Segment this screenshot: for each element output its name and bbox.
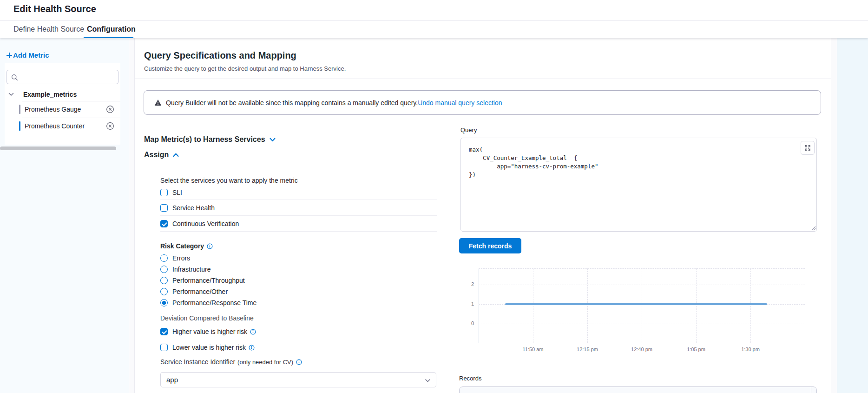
add-metric-label: Add Metric	[13, 51, 49, 59]
app-header: Edit Health Source	[0, 0, 868, 20]
expand-icon	[804, 145, 811, 151]
query-text[interactable]: max( CV_Counter_Example_total { app="har…	[469, 146, 598, 179]
checkbox-label: Higher value is higher risk	[172, 328, 247, 335]
y-axis-line	[479, 268, 479, 343]
metric-item-prometheus-counter[interactable]: Prometheus Counter	[5, 119, 120, 133]
radio-button[interactable]	[160, 254, 168, 262]
map-metrics-section-header[interactable]: Map Metric(s) to Harness Services	[144, 135, 276, 144]
checkbox-row-continuous-verification[interactable]: Continuous Verification	[160, 218, 239, 229]
remove-metric-icon[interactable]	[106, 122, 114, 130]
metric-status-bar	[19, 121, 20, 131]
radio-button[interactable]	[160, 288, 168, 295]
info-icon[interactable]	[296, 359, 302, 365]
tab-configuration[interactable]: Configuration	[87, 20, 136, 38]
x-axis-tick-label: 1:30 pm	[732, 346, 769, 352]
chevron-down-icon	[8, 93, 14, 96]
horizontal-scrollbar[interactable]	[0, 147, 116, 150]
divider	[22, 118, 120, 118]
checkbox[interactable]	[160, 189, 168, 196]
risk-category-text: Risk Category	[160, 242, 204, 250]
x-axis-line	[479, 343, 809, 343]
radio-label: Errors	[172, 254, 190, 262]
metric-item-label: Prometheus Counter	[25, 122, 85, 130]
query-builder-warning-banner: Query Builder will not be available sinc…	[144, 90, 821, 115]
remove-metric-icon[interactable]	[106, 105, 114, 113]
service-instance-identifier-label: Service Instance Identifier (only needed…	[160, 358, 302, 366]
records-panel	[459, 386, 817, 393]
page-title: Edit Health Source	[13, 4, 96, 14]
warning-icon	[154, 99, 162, 106]
risk-category-label: Risk Category	[160, 242, 213, 250]
assign-section-header[interactable]: Assign	[144, 151, 179, 159]
search-icon	[11, 74, 18, 81]
query-editor[interactable]: max( CV_Counter_Example_total { app="har…	[460, 138, 817, 232]
radio-button[interactable]	[160, 299, 168, 306]
expand-query-button[interactable]	[801, 141, 815, 155]
search-input[interactable]	[21, 71, 114, 83]
radio-row-infrastructure[interactable]: Infrastructure	[160, 264, 210, 275]
x-axis-tick-label: 1:05 pm	[677, 346, 715, 352]
metric-group-row[interactable]: Example_metrics	[5, 88, 120, 101]
divider	[22, 101, 120, 101]
sii-subtext: (only needed for CV)	[237, 359, 293, 366]
checkbox-label: Lower value is higher risk	[172, 344, 246, 351]
page-background	[837, 38, 868, 393]
checkbox[interactable]	[160, 204, 168, 212]
radio-row-performance-other[interactable]: Performance/Other	[160, 286, 228, 297]
radio-row-performance-throughput[interactable]: Performance/Throughput	[160, 275, 245, 286]
checkbox-row-service-health[interactable]: Service Health	[160, 202, 215, 213]
y-axis-tick-label: 1	[462, 301, 474, 306]
chevron-down-icon	[270, 138, 276, 142]
series-line	[505, 303, 767, 305]
divider	[160, 215, 437, 216]
radio-row-errors[interactable]: Errors	[160, 253, 190, 264]
checkbox[interactable]	[160, 328, 168, 335]
timeseries-chart: 21011:50 am12:15 pm12:40 pm1:05 pm1:30 p…	[476, 264, 809, 357]
dropdown-value: app	[166, 376, 178, 384]
section-subtitle: Customize the query to get the desired o…	[144, 65, 346, 72]
assign-label: Assign	[144, 151, 169, 159]
main-scrollbar-track[interactable]	[831, 38, 837, 393]
info-icon[interactable]	[250, 329, 256, 335]
radio-button[interactable]	[160, 266, 168, 273]
tab-define-health-source[interactable]: Define Health Source	[13, 20, 84, 38]
gridline	[533, 268, 533, 343]
undo-manual-query-link[interactable]: Undo manual query selection	[418, 99, 502, 107]
radio-label: Performance/Response Time	[172, 299, 256, 306]
divider	[160, 231, 437, 232]
records-scrollbar-track	[811, 387, 811, 393]
sidebar-scrollbar-track[interactable]	[129, 38, 135, 393]
records-label: Records	[459, 375, 481, 382]
checkbox[interactable]	[160, 220, 168, 227]
plus-icon	[7, 53, 12, 58]
info-icon[interactable]	[249, 345, 255, 351]
checkbox-row-sli[interactable]: SLI	[160, 187, 182, 198]
metric-item-prometheus-gauge[interactable]: Prometheus Gauge	[5, 102, 120, 116]
checkbox-label: Continuous Verification	[172, 220, 239, 227]
divider	[160, 200, 437, 200]
radio-button[interactable]	[160, 277, 168, 284]
info-icon[interactable]	[207, 243, 213, 249]
metric-search[interactable]	[7, 70, 118, 84]
deviation-label: Deviation Compared to Baseline	[160, 314, 254, 322]
add-metric-button[interactable]: Add Metric	[7, 51, 49, 59]
chevron-down-icon	[425, 379, 430, 382]
resize-handle-icon[interactable]	[810, 225, 816, 231]
radio-label: Infrastructure	[172, 266, 210, 273]
metric-item-label: Prometheus Gauge	[25, 106, 81, 113]
gridline	[642, 268, 642, 343]
metric-group-label: Example_metrics	[23, 91, 77, 98]
radio-label: Performance/Other	[172, 288, 228, 295]
checkbox-row-higher-value[interactable]: Higher value is higher risk	[160, 326, 256, 337]
radio-row-performance-response-time[interactable]: Performance/Response Time	[160, 297, 256, 308]
tab-bar: Define Health Source Configuration	[0, 20, 868, 38]
checkbox-row-lower-value[interactable]: Lower value is higher risk	[160, 342, 255, 353]
checkbox[interactable]	[160, 344, 168, 351]
y-axis-tick-label: 2	[462, 281, 474, 287]
x-axis-tick-label: 12:40 pm	[623, 346, 660, 352]
radio-label: Performance/Throughput	[172, 277, 245, 284]
service-instance-dropdown[interactable]: app	[160, 372, 436, 387]
checkbox-label: SLI	[172, 189, 182, 196]
active-tab-underline	[84, 37, 133, 38]
fetch-records-button[interactable]: Fetch records	[459, 238, 521, 253]
